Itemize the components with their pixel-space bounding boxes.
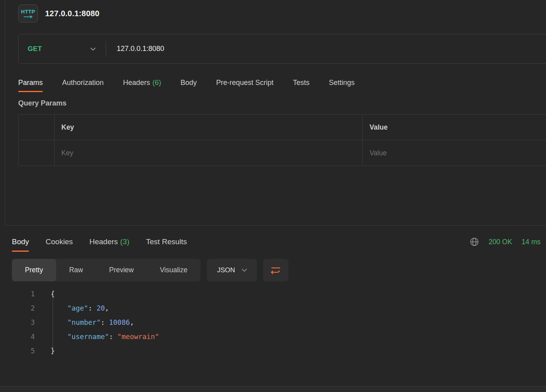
view-tab-raw[interactable]: Raw [56, 259, 96, 281]
url-bar: GET [18, 34, 546, 64]
tab-label: Authorization [62, 79, 104, 87]
response-tab-body[interactable]: Body [12, 232, 29, 252]
response-meta: 200 OK 14 ms [470, 237, 541, 247]
request-title: 127.0.0.1:8080 [45, 9, 99, 18]
http-arrow-icon [23, 15, 33, 18]
code-text: "age": 20, [35, 301, 109, 315]
view-tab-preview[interactable]: Preview [96, 259, 147, 281]
line-number: 1 [12, 287, 35, 301]
line-wrap-icon [271, 266, 281, 275]
request-tab-tests[interactable]: Tests [293, 73, 309, 92]
method-select[interactable]: GET [19, 34, 106, 63]
request-tab-params[interactable]: Params [18, 73, 43, 92]
chevron-down-icon [241, 268, 247, 272]
line-wrap-button[interactable] [263, 259, 288, 281]
tab-label: Headers [123, 79, 150, 87]
method-label: GET [28, 45, 42, 53]
chevron-down-icon [90, 47, 96, 51]
network-globe-icon[interactable] [470, 237, 479, 247]
code-text: "number": 10086, [35, 315, 134, 330]
tab-label: Body [180, 79, 197, 87]
line-number: 3 [12, 315, 35, 330]
params-key-header: Key [55, 115, 363, 140]
format-label: JSON [217, 266, 235, 274]
url-input[interactable] [106, 34, 546, 63]
request-tab-settings[interactable]: Settings [329, 73, 355, 92]
view-tab-visualize[interactable]: Visualize [147, 259, 201, 281]
line-number: 4 [12, 330, 35, 344]
request-pane: HTTP 127.0.0.1:8080 GET ParamsAuthorizat… [5, 0, 546, 226]
code-line: 3 "number": 10086, [12, 315, 541, 330]
code-line: 5} [12, 344, 541, 358]
code-text: "username": "meowrain" [35, 330, 159, 344]
response-view-row: PrettyRawPreviewVisualize JSON [12, 259, 541, 281]
tab-label: Headers [89, 237, 118, 246]
response-view-tabs: PrettyRawPreviewVisualize [12, 259, 201, 281]
tab-label: Tests [293, 79, 309, 87]
http-badge-label: HTTP [21, 9, 35, 15]
request-header: HTTP 127.0.0.1:8080 [18, 3, 546, 24]
response-pane: BodyCookiesHeaders(3)Test Results 200 OK… [0, 226, 546, 386]
request-tab-headers[interactable]: Headers(6) [123, 73, 161, 92]
line-number: 2 [12, 301, 35, 315]
params-input-row [19, 140, 546, 166]
tab-label: Params [18, 79, 43, 87]
code-line: 1{ [12, 287, 541, 301]
response-body-code: 1{2 "age": 20,3 "number": 10086,4 "usern… [12, 287, 541, 358]
tab-label: Cookies [46, 237, 73, 246]
param-key-input[interactable] [61, 149, 362, 157]
code-lines: 1{2 "age": 20,3 "number": 10086,4 "usern… [12, 287, 541, 358]
response-tab-headers[interactable]: Headers(3) [89, 232, 129, 252]
response-tab-test-results[interactable]: Test Results [146, 232, 187, 252]
params-value-header: Value [363, 115, 546, 140]
view-tab-pretty[interactable]: Pretty [12, 259, 56, 281]
query-params-table: Key Value [18, 114, 546, 166]
param-value-input[interactable] [370, 149, 546, 157]
http-request-icon: HTTP [18, 4, 38, 23]
format-select[interactable]: JSON [207, 259, 257, 281]
line-number: 5 [12, 344, 35, 358]
response-tabs: BodyCookiesHeaders(3)Test Results [12, 232, 187, 252]
tab-label: Settings [329, 79, 355, 87]
params-select-column [19, 115, 55, 140]
code-text: { [35, 287, 55, 301]
tab-count: (3) [120, 237, 129, 246]
tab-label: Pre-request Script [216, 79, 273, 87]
tab-label: Body [12, 237, 29, 246]
status-badge: 200 OK [489, 238, 512, 246]
request-tab-body[interactable]: Body [180, 73, 197, 92]
params-row-handle [19, 140, 55, 166]
code-line: 2 "age": 20, [12, 301, 541, 315]
params-header-row: Key Value [19, 115, 546, 140]
tab-label: Test Results [146, 237, 187, 246]
response-tab-cookies[interactable]: Cookies [46, 232, 73, 252]
tab-count: (6) [152, 79, 161, 87]
response-time: 14 ms [521, 238, 540, 246]
response-tabs-row: BodyCookiesHeaders(3)Test Results 200 OK… [12, 232, 541, 252]
query-params-title: Query Params [18, 99, 546, 107]
request-tabs: ParamsAuthorizationHeaders(6)BodyPre-req… [18, 73, 546, 92]
code-text: } [35, 344, 55, 358]
app-window: HTTP 127.0.0.1:8080 GET ParamsAuthorizat… [0, 0, 546, 392]
request-tab-pre-request-script[interactable]: Pre-request Script [216, 73, 273, 92]
request-tab-authorization[interactable]: Authorization [62, 73, 104, 92]
code-line: 4 "username": "meowrain" [12, 330, 541, 344]
status-bar [0, 386, 546, 392]
